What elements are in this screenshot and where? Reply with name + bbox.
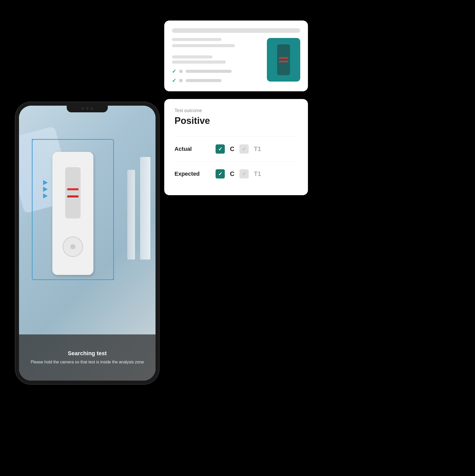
phone-screen: Searching test Please hold the camera so…: [19, 106, 156, 381]
actual-t1-checkmark: ✓: [242, 146, 246, 152]
right-panel: ✓ ✓ Test outc: [164, 21, 308, 195]
mini-line-1: [279, 57, 288, 59]
arrow-1: [43, 180, 48, 185]
camera-dot-3: [91, 107, 93, 110]
actual-t1-checkbox[interactable]: ✓: [239, 144, 249, 154]
phone-mockup: Searching test Please hold the camera so…: [15, 102, 159, 384]
top-card-info: ✓ ✓: [172, 38, 262, 84]
outcome-divider-2: [175, 161, 298, 162]
top-card-checkmarks: ✓ ✓: [172, 68, 262, 84]
check-icon-2: ✓: [172, 77, 176, 84]
expected-row: Expected ✓ C ✓ T1: [175, 169, 298, 179]
test-outcome-value: Positive: [175, 115, 298, 126]
info-bar-3: [172, 55, 212, 58]
arrow-3: [43, 193, 48, 199]
checkmark-row-2: ✓: [172, 77, 262, 84]
arrow-2: [43, 187, 48, 192]
expected-c-checkmark: ✓: [218, 171, 222, 177]
expected-c-letter: C: [230, 170, 234, 177]
check-bar-2: [186, 79, 221, 82]
actual-t1-letter: T1: [254, 145, 261, 153]
lab-stand-1: [140, 157, 150, 260]
camera-dot-1: [81, 107, 84, 110]
camera-dot-2: [86, 107, 89, 110]
phone-shell: Searching test Please hold the camera so…: [15, 102, 159, 384]
actual-label: Actual: [175, 146, 216, 152]
expected-c-checkbox[interactable]: ✓: [216, 169, 225, 179]
phone-notch-camera: [81, 107, 93, 110]
actual-c-checkmark: ✓: [218, 146, 222, 152]
checkmark-row-1: ✓: [172, 68, 262, 74]
test-outcome-label: Test outcome: [175, 108, 298, 113]
phone-bottom-overlay: Searching test Please hold the camera so…: [19, 334, 156, 381]
info-bar-2: [172, 44, 235, 47]
info-bar-4: [172, 61, 226, 64]
lab-stand-2: [127, 170, 135, 260]
expected-t1-letter: T1: [254, 170, 261, 177]
check-icon-1: ✓: [172, 68, 176, 74]
actual-checks: ✓ C ✓ T1: [216, 144, 262, 154]
actual-c-checkbox[interactable]: ✓: [216, 144, 225, 154]
searching-title: Searching test: [68, 350, 107, 357]
expected-t1-checkbox[interactable]: ✓: [239, 169, 249, 179]
actual-c-letter: C: [230, 145, 234, 153]
check-bar-1: [186, 70, 232, 73]
info-bar-1: [172, 38, 221, 41]
phone-notch: [67, 105, 108, 112]
actual-row: Actual ✓ C ✓ T1: [175, 144, 298, 154]
card-title-bar: [172, 28, 300, 33]
outcome-divider: [175, 136, 298, 137]
arrows-container: [43, 180, 48, 199]
check-square-2: [179, 79, 182, 82]
expected-checks: ✓ C ✓ T1: [216, 169, 262, 179]
searching-subtitle: Please hold the camera so that test is i…: [31, 359, 144, 365]
expected-label: Expected: [175, 171, 216, 177]
top-card: ✓ ✓: [164, 21, 308, 91]
top-card-image: [267, 38, 300, 82]
expected-t1-checkmark: ✓: [242, 171, 246, 177]
mini-line-2: [279, 61, 288, 62]
test-device-container: [40, 147, 106, 290]
top-card-content: ✓ ✓: [172, 38, 300, 84]
check-square-1: [179, 70, 182, 73]
scan-box: [32, 139, 114, 280]
test-outcome-card: Test outcome Positive Actual ✓ C ✓ T1 Ex…: [164, 99, 308, 195]
mini-test-strip: [277, 44, 290, 75]
